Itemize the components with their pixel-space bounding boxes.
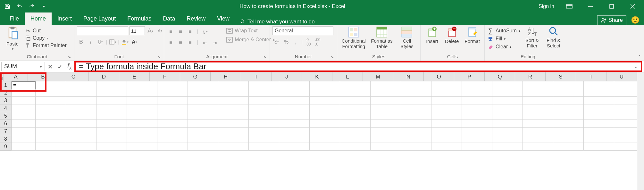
cell[interactable] [340, 128, 371, 135]
cell[interactable] [96, 81, 127, 89]
cell[interactable] [310, 97, 340, 104]
cell[interactable] [340, 135, 371, 143]
border-button[interactable]: ▾ [108, 38, 117, 46]
merge-center-button[interactable]: Merge & Center ▾ [226, 37, 274, 43]
tab-review[interactable]: Review [181, 12, 211, 25]
sort-filter-button[interactable]: AZSort & Filter [522, 26, 542, 48]
cell[interactable] [310, 89, 340, 97]
tab-formulas[interactable]: Formulas [121, 12, 157, 25]
align-center-icon[interactable]: ≡ [176, 38, 185, 47]
cell[interactable] [431, 104, 462, 112]
cell[interactable] [12, 128, 36, 135]
chevron-down-icon[interactable]: ▼ [39, 65, 43, 69]
cell[interactable] [66, 135, 96, 143]
save-icon[interactable] [2, 1, 13, 12]
cell[interactable] [371, 104, 401, 112]
font-size-select[interactable] [130, 26, 145, 35]
column-header[interactable]: N [393, 72, 424, 81]
cancel-formula-icon[interactable]: ✕ [47, 63, 53, 70]
cell[interactable] [310, 120, 340, 128]
cell[interactable] [249, 143, 279, 151]
align-right-icon[interactable]: ≡ [186, 38, 194, 47]
share-button[interactable]: Share [597, 15, 626, 25]
vertical-scrollbar[interactable] [637, 72, 644, 190]
cell[interactable] [310, 128, 340, 135]
cell[interactable] [188, 112, 218, 120]
cell[interactable] [127, 135, 157, 143]
cell[interactable] [584, 143, 614, 151]
cell[interactable] [279, 112, 310, 120]
cell[interactable] [553, 120, 584, 128]
cell[interactable] [553, 97, 584, 104]
cell[interactable] [127, 97, 157, 104]
cell[interactable] [36, 135, 66, 143]
cell[interactable] [66, 120, 96, 128]
align-left-icon[interactable]: ≡ [167, 38, 175, 47]
decrease-font-icon[interactable]: A▾ [156, 27, 164, 35]
cell[interactable] [279, 128, 310, 135]
increase-indent-icon[interactable]: ⇥ [210, 38, 219, 47]
align-middle-icon[interactable]: ≡ [176, 28, 185, 36]
tab-view[interactable]: View [211, 12, 235, 25]
cell[interactable] [523, 97, 553, 104]
cell[interactable] [279, 104, 310, 112]
cell[interactable] [584, 135, 614, 143]
cell[interactable] [431, 81, 462, 89]
cell[interactable] [218, 120, 249, 128]
cell[interactable] [431, 97, 462, 104]
cell[interactable] [462, 143, 492, 151]
cell[interactable] [371, 128, 401, 135]
cell[interactable] [188, 128, 218, 135]
cell[interactable] [523, 143, 553, 151]
cell[interactable] [188, 97, 218, 104]
cell[interactable] [371, 81, 401, 89]
row-header[interactable]: 6 [0, 120, 12, 128]
cell[interactable] [218, 128, 249, 135]
cell[interactable] [127, 128, 157, 135]
underline-button[interactable]: U ▾ [96, 38, 105, 46]
font-name-select[interactable] [77, 26, 128, 35]
cell[interactable] [492, 104, 523, 112]
cell[interactable] [462, 89, 492, 97]
cell[interactable] [66, 97, 96, 104]
cell[interactable] [553, 81, 584, 89]
close-button[interactable] [623, 0, 642, 13]
column-header[interactable]: C [58, 72, 89, 81]
column-header[interactable]: G [180, 72, 211, 81]
cell[interactable] [523, 120, 553, 128]
cell[interactable] [401, 81, 431, 89]
cell[interactable] [523, 104, 553, 112]
cell[interactable] [188, 135, 218, 143]
cell[interactable] [523, 135, 553, 143]
cell[interactable] [523, 89, 553, 97]
format-cells-button[interactable]: Format [463, 26, 482, 44]
cell[interactable] [462, 120, 492, 128]
cell[interactable] [462, 135, 492, 143]
cell[interactable] [279, 143, 310, 151]
dialog-launcher-icon[interactable]: ⬊ [263, 55, 266, 59]
cell[interactable] [36, 97, 66, 104]
cell[interactable] [584, 120, 614, 128]
cell[interactable] [12, 120, 36, 128]
cell[interactable] [12, 104, 36, 112]
cell[interactable] [401, 143, 431, 151]
cell[interactable] [553, 143, 584, 151]
cell[interactable] [36, 120, 66, 128]
cell[interactable] [553, 112, 584, 120]
sign-in-button[interactable]: Sign in [535, 4, 557, 9]
italic-button[interactable]: I [87, 38, 95, 46]
minimize-button[interactable] [581, 0, 600, 13]
cell[interactable] [614, 97, 637, 104]
cell[interactable] [310, 135, 340, 143]
column-header[interactable]: Q [485, 72, 515, 81]
cell[interactable] [96, 143, 127, 151]
clear-button[interactable]: Clear ▾ [487, 44, 520, 50]
row-header[interactable]: 1 [0, 81, 12, 89]
column-header[interactable]: U [606, 72, 637, 81]
increase-font-icon[interactable]: A▴ [146, 27, 155, 35]
name-box[interactable]: SUM ▼ [1, 62, 45, 71]
cell[interactable] [218, 135, 249, 143]
cell[interactable] [523, 128, 553, 135]
cell[interactable] [66, 128, 96, 135]
cell[interactable] [492, 112, 523, 120]
